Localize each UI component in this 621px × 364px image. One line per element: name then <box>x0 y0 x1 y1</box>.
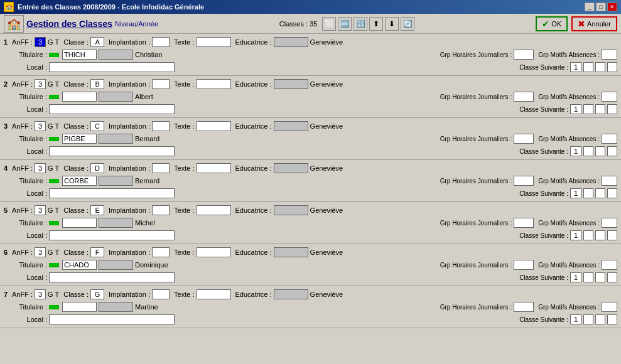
educ-name-input-5[interactable] <box>274 205 308 215</box>
classe-input-3[interactable] <box>90 121 104 131</box>
cs2-input-2[interactable] <box>583 104 593 114</box>
anff-input-7[interactable] <box>35 289 46 299</box>
cs2-input-3[interactable] <box>583 146 593 156</box>
classe-input-7[interactable] <box>90 289 104 299</box>
cs3-input-7[interactable] <box>595 314 605 324</box>
cs4-input-1[interactable] <box>607 62 617 72</box>
titulaire-lastname-7[interactable] <box>62 302 97 312</box>
cs3-input-2[interactable] <box>595 104 605 114</box>
cs4-input-6[interactable] <box>607 272 617 282</box>
copy-icon-btn[interactable]: ⬜ <box>322 17 336 31</box>
classe-input-1[interactable] <box>90 37 104 47</box>
maximize-button[interactable]: □ <box>596 3 606 11</box>
cs2-input-4[interactable] <box>583 188 593 198</box>
cancel-button[interactable]: ✖ Annuler <box>571 16 617 31</box>
educ-name-input-2[interactable] <box>274 79 308 89</box>
texte-input-6[interactable] <box>197 247 231 257</box>
close-button[interactable]: ✕ <box>607 3 617 11</box>
grp-horaires-input-1[interactable] <box>514 50 534 60</box>
classe-suivante-input-6[interactable] <box>570 272 581 282</box>
titulaire-lastname-4[interactable] <box>62 176 97 186</box>
grp-motifs-input-4[interactable] <box>602 176 617 186</box>
titulaire-hidden-5[interactable] <box>99 218 133 228</box>
titulaire-lastname-6[interactable] <box>62 260 97 270</box>
cs4-input-2[interactable] <box>607 104 617 114</box>
grp-horaires-input-6[interactable] <box>514 260 534 270</box>
titulaire-lastname-3[interactable] <box>62 134 97 144</box>
cs3-input-5[interactable] <box>595 230 605 240</box>
local-input-5[interactable] <box>49 230 175 240</box>
grp-motifs-input-1[interactable] <box>602 50 617 60</box>
titulaire-hidden-6[interactable] <box>99 260 133 270</box>
impl-input-5[interactable] <box>152 205 170 215</box>
titulaire-lastname-5[interactable] <box>62 218 97 228</box>
educ-name-input-3[interactable] <box>274 121 308 131</box>
move-up-btn[interactable]: ⬆ <box>369 17 383 31</box>
cs2-input-6[interactable] <box>583 272 593 282</box>
grp-horaires-input-4[interactable] <box>514 176 534 186</box>
cs3-input-1[interactable] <box>595 62 605 72</box>
titulaire-hidden-3[interactable] <box>99 134 133 144</box>
classe-suivante-input-1[interactable] <box>570 62 581 72</box>
classe-suivante-input-2[interactable] <box>570 104 581 114</box>
classe-input-2[interactable] <box>90 79 104 89</box>
classe-suivante-input-4[interactable] <box>570 188 581 198</box>
impl-input-2[interactable] <box>152 79 170 89</box>
impl-input-1[interactable] <box>152 37 170 47</box>
grp-horaires-input-2[interactable] <box>514 92 534 102</box>
local-input-7[interactable] <box>49 314 175 324</box>
grp-motifs-input-7[interactable] <box>602 302 617 312</box>
educ-name-input-7[interactable] <box>274 289 308 299</box>
local-input-4[interactable] <box>49 188 175 198</box>
texte-input-5[interactable] <box>197 205 231 215</box>
cs3-input-6[interactable] <box>595 272 605 282</box>
anff-input-6[interactable] <box>35 247 46 257</box>
minimize-button[interactable]: _ <box>585 3 595 11</box>
cs3-input-4[interactable] <box>595 188 605 198</box>
local-input-6[interactable] <box>49 272 175 282</box>
impl-input-6[interactable] <box>152 247 170 257</box>
texte-input-3[interactable] <box>197 121 231 131</box>
classe-input-5[interactable] <box>90 205 104 215</box>
grp-motifs-input-6[interactable] <box>602 260 617 270</box>
educ-name-input-1[interactable] <box>274 37 308 47</box>
texte-input-1[interactable] <box>197 37 231 47</box>
impl-input-4[interactable] <box>152 163 170 173</box>
ok-button[interactable]: ✔ OK <box>536 16 568 31</box>
texte-input-4[interactable] <box>197 163 231 173</box>
educ-name-input-4[interactable] <box>274 163 308 173</box>
cs2-input-5[interactable] <box>583 230 593 240</box>
refresh-btn[interactable]: 🔄 <box>401 17 414 31</box>
cs4-input-4[interactable] <box>607 188 617 198</box>
local-input-3[interactable] <box>49 146 175 156</box>
grp-horaires-input-7[interactable] <box>514 302 534 312</box>
move-down-btn[interactable]: ⬇ <box>385 17 399 31</box>
classe-input-4[interactable] <box>90 163 104 173</box>
titulaire-lastname-1[interactable] <box>62 50 97 60</box>
grp-horaires-input-3[interactable] <box>514 134 534 144</box>
cs4-input-5[interactable] <box>607 230 617 240</box>
titulaire-hidden-2[interactable] <box>99 92 133 102</box>
cs4-input-7[interactable] <box>607 314 617 324</box>
educ-name-input-6[interactable] <box>274 247 308 257</box>
local-input-2[interactable] <box>49 104 175 114</box>
titulaire-lastname-2[interactable] <box>62 92 97 102</box>
anff-input-1[interactable] <box>35 37 46 47</box>
anff-input-5[interactable] <box>35 205 46 215</box>
texte-input-2[interactable] <box>197 79 231 89</box>
impl-input-7[interactable] <box>152 289 170 299</box>
anff-input-4[interactable] <box>35 163 46 173</box>
grp-horaires-input-5[interactable] <box>514 218 534 228</box>
titulaire-hidden-4[interactable] <box>99 176 133 186</box>
cs2-input-7[interactable] <box>583 314 593 324</box>
grp-motifs-input-3[interactable] <box>602 134 617 144</box>
classe-suivante-input-3[interactable] <box>570 146 581 156</box>
classe-input-6[interactable] <box>90 247 104 257</box>
sort-az-btn[interactable]: 🔤 <box>338 17 352 31</box>
impl-input-3[interactable] <box>152 121 170 131</box>
classe-suivante-input-7[interactable] <box>570 314 581 324</box>
titulaire-hidden-7[interactable] <box>99 302 133 312</box>
grp-motifs-input-5[interactable] <box>602 218 617 228</box>
cs3-input-3[interactable] <box>595 146 605 156</box>
texte-input-7[interactable] <box>197 289 231 299</box>
